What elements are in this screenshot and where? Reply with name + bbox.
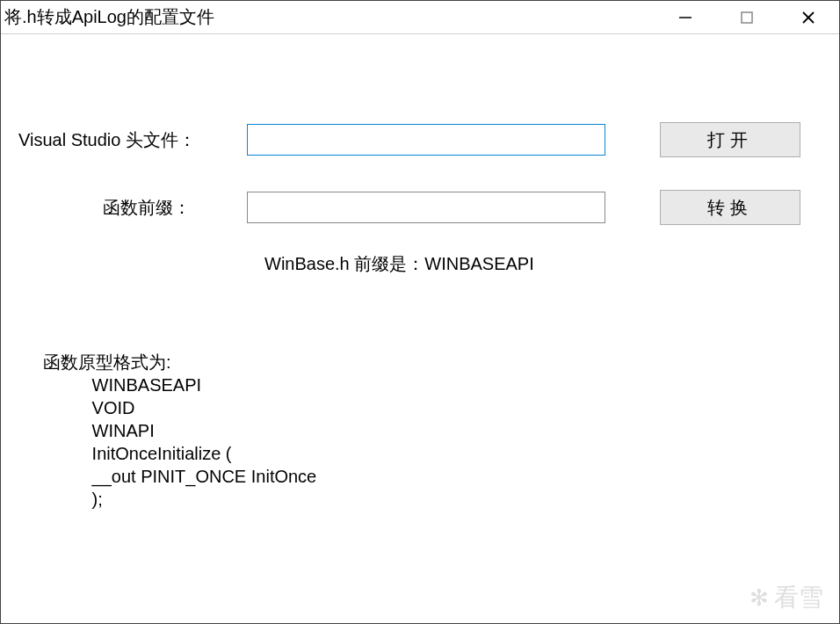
prototype-line: );	[92, 490, 103, 509]
app-window: 将.h转成ApiLog的配置文件 Visual Studio 头文件： 打开 函	[0, 0, 840, 624]
client-area: Visual Studio 头文件： 打开 函数前缀： 转换 WinBase.h…	[1, 34, 839, 623]
header-file-row: Visual Studio 头文件： 打开	[18, 122, 827, 157]
window-controls	[655, 1, 839, 33]
minimize-button[interactable]	[655, 1, 716, 33]
prefix-label: 函数前缀：	[18, 196, 247, 220]
watermark: ✻ 看雪	[749, 581, 823, 614]
prototype-block: 函数原型格式为: WINBASEAPI VOID WINAPI InitOnce…	[43, 351, 316, 511]
convert-button-wrap: 转换	[616, 190, 827, 225]
prefix-row: 函数前缀： 转换	[18, 190, 827, 225]
watermark-text: 看雪	[774, 581, 823, 614]
convert-button[interactable]: 转换	[660, 190, 800, 225]
header-file-input[interactable]	[247, 124, 605, 156]
titlebar: 将.h转成ApiLog的配置文件	[1, 1, 839, 34]
prototype-heading: 函数原型格式为:	[43, 352, 171, 372]
prototype-line: WINAPI	[92, 421, 155, 440]
prototype-line: InitOnceInitialize (	[92, 444, 232, 463]
open-button[interactable]: 打开	[660, 122, 800, 157]
close-button[interactable]	[778, 1, 839, 33]
prototype-line: VOID	[92, 398, 135, 417]
maximize-button[interactable]	[716, 1, 778, 33]
prefix-input[interactable]	[247, 192, 605, 223]
open-button-wrap: 打开	[616, 122, 827, 157]
prefix-hint: WinBase.h 前缀是：WINBASEAPI	[264, 252, 534, 276]
window-title: 将.h转成ApiLog的配置文件	[1, 5, 655, 29]
prototype-line: __out PINIT_ONCE InitOnce	[92, 467, 317, 486]
prefix-input-wrap	[247, 192, 616, 223]
header-file-label: Visual Studio 头文件：	[18, 128, 247, 152]
svg-rect-1	[742, 12, 752, 23]
prototype-line: WINBASEAPI	[92, 375, 201, 395]
snowflake-icon: ✻	[749, 584, 769, 612]
header-file-input-wrap	[247, 124, 616, 156]
